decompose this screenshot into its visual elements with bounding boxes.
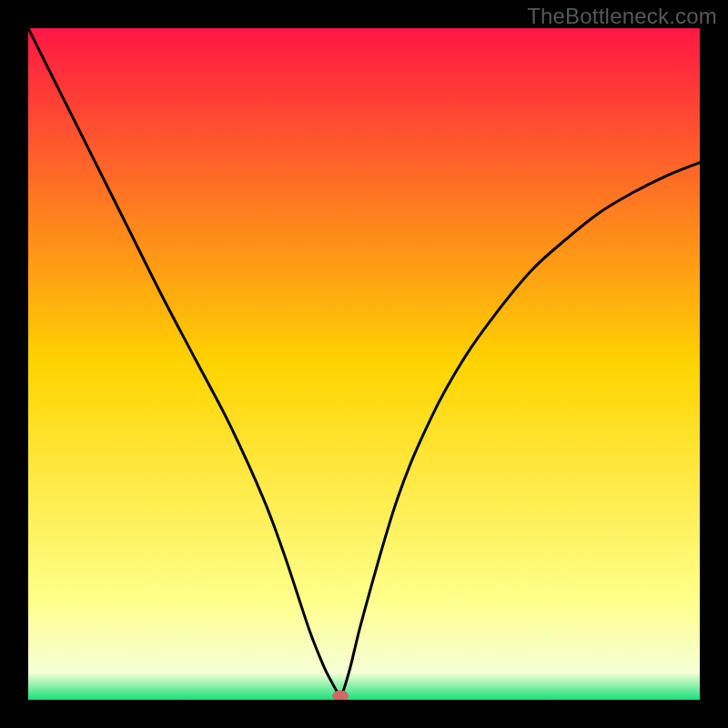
watermark-text: TheBottleneck.com — [527, 4, 717, 29]
bottleneck-chart — [28, 28, 700, 700]
chart-svg — [28, 28, 700, 700]
chart-container: TheBottleneck.com — [0, 0, 728, 728]
gradient-background — [28, 28, 700, 700]
